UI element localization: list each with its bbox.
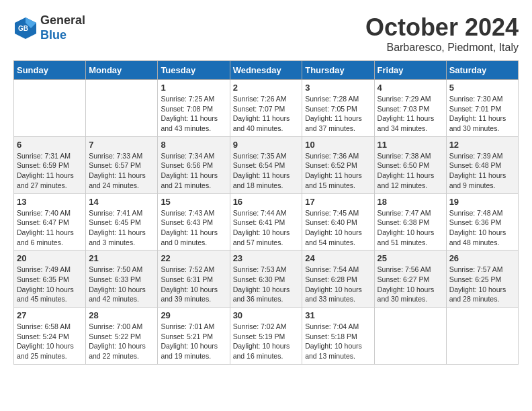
calendar-day: 9Sunrise: 7:35 AMSunset: 6:54 PMDaylight… (230, 136, 302, 193)
day-number: 13 (17, 197, 83, 207)
day-info: Sunrise: 6:58 AMSunset: 5:24 PMDaylight:… (17, 322, 83, 361)
day-number: 9 (233, 140, 300, 150)
title-section: October 2024 Barbaresco, Piedmont, Italy (365, 13, 519, 54)
day-number: 12 (449, 140, 515, 150)
logo-text: General Blue (40, 13, 85, 42)
day-number: 17 (305, 197, 371, 207)
calendar-week-1: 6Sunrise: 7:31 AMSunset: 6:59 PMDaylight… (14, 136, 519, 193)
col-sunday: Sunday (14, 61, 86, 80)
day-info: Sunrise: 7:28 AMSunset: 7:05 PMDaylight:… (305, 94, 371, 134)
calendar-day: 21Sunrise: 7:50 AMSunset: 6:33 PMDayligh… (86, 250, 158, 308)
day-number: 29 (161, 310, 226, 320)
col-saturday: Saturday (446, 61, 518, 80)
day-info: Sunrise: 7:02 AMSunset: 5:19 PMDaylight:… (233, 322, 300, 361)
day-number: 5 (449, 83, 515, 93)
day-info: Sunrise: 7:31 AMSunset: 6:59 PMDaylight:… (17, 151, 83, 191)
day-number: 4 (378, 83, 443, 93)
day-number: 15 (161, 197, 226, 207)
day-info: Sunrise: 7:54 AMSunset: 6:28 PMDaylight:… (305, 265, 371, 304)
calendar-day: 10Sunrise: 7:36 AMSunset: 6:52 PMDayligh… (302, 136, 374, 193)
col-tuesday: Tuesday (158, 61, 230, 80)
calendar-day: 23Sunrise: 7:53 AMSunset: 6:30 PMDayligh… (230, 250, 302, 308)
day-number: 11 (378, 140, 443, 150)
logo-icon: GB (13, 16, 38, 40)
day-number: 6 (17, 140, 83, 150)
day-number: 3 (305, 83, 371, 93)
calendar-day: 24Sunrise: 7:54 AMSunset: 6:28 PMDayligh… (302, 250, 374, 308)
calendar-day: 1Sunrise: 7:25 AMSunset: 7:08 PMDaylight… (158, 80, 230, 137)
calendar-day (86, 80, 158, 137)
day-info: Sunrise: 7:49 AMSunset: 6:35 PMDaylight:… (17, 265, 83, 304)
calendar-day (374, 308, 446, 365)
day-info: Sunrise: 7:52 AMSunset: 6:31 PMDaylight:… (161, 265, 226, 304)
day-info: Sunrise: 7:44 AMSunset: 6:41 PMDaylight:… (233, 208, 300, 248)
day-info: Sunrise: 7:04 AMSunset: 5:18 PMDaylight:… (305, 322, 371, 361)
calendar-day (14, 80, 86, 137)
day-number: 24 (305, 253, 371, 263)
day-info: Sunrise: 7:57 AMSunset: 6:25 PMDaylight:… (449, 265, 515, 304)
day-number: 16 (233, 197, 300, 207)
calendar-day: 3Sunrise: 7:28 AMSunset: 7:05 PMDaylight… (302, 80, 374, 137)
day-number: 14 (89, 197, 154, 207)
day-info: Sunrise: 7:50 AMSunset: 6:33 PMDaylight:… (89, 265, 154, 304)
calendar-day: 27Sunrise: 6:58 AMSunset: 5:24 PMDayligh… (14, 308, 86, 365)
day-number: 22 (161, 253, 226, 263)
calendar-day: 12Sunrise: 7:39 AMSunset: 6:48 PMDayligh… (446, 136, 518, 193)
day-number: 19 (449, 197, 515, 207)
day-number: 23 (233, 253, 300, 263)
calendar-day: 6Sunrise: 7:31 AMSunset: 6:59 PMDaylight… (14, 136, 86, 193)
calendar-week-0: 1Sunrise: 7:25 AMSunset: 7:08 PMDaylight… (14, 80, 519, 137)
day-number: 2 (233, 83, 300, 93)
day-number: 10 (305, 140, 371, 150)
calendar-day: 16Sunrise: 7:44 AMSunset: 6:41 PMDayligh… (230, 193, 302, 250)
calendar-day: 22Sunrise: 7:52 AMSunset: 6:31 PMDayligh… (158, 250, 230, 308)
calendar-day: 30Sunrise: 7:02 AMSunset: 5:19 PMDayligh… (230, 308, 302, 365)
calendar-day: 29Sunrise: 7:01 AMSunset: 5:21 PMDayligh… (158, 308, 230, 365)
day-info: Sunrise: 7:26 AMSunset: 7:07 PMDaylight:… (233, 94, 300, 134)
day-info: Sunrise: 7:29 AMSunset: 7:03 PMDaylight:… (378, 94, 443, 134)
day-number: 30 (233, 310, 300, 320)
col-friday: Friday (374, 61, 446, 80)
calendar-day: 4Sunrise: 7:29 AMSunset: 7:03 PMDaylight… (374, 80, 446, 137)
calendar-day: 5Sunrise: 7:30 AMSunset: 7:01 PMDaylight… (446, 80, 518, 137)
calendar-day: 26Sunrise: 7:57 AMSunset: 6:25 PMDayligh… (446, 250, 518, 308)
calendar-week-2: 13Sunrise: 7:40 AMSunset: 6:47 PMDayligh… (14, 193, 519, 250)
col-monday: Monday (86, 61, 158, 80)
calendar-day: 19Sunrise: 7:48 AMSunset: 6:36 PMDayligh… (446, 193, 518, 250)
day-info: Sunrise: 7:01 AMSunset: 5:21 PMDaylight:… (161, 322, 226, 361)
calendar-day: 31Sunrise: 7:04 AMSunset: 5:18 PMDayligh… (302, 308, 374, 365)
logo-blue-text: Blue (40, 28, 85, 43)
day-number: 20 (17, 253, 83, 263)
calendar-table: Sunday Monday Tuesday Wednesday Thursday… (13, 60, 519, 365)
day-info: Sunrise: 7:43 AMSunset: 6:43 PMDaylight:… (161, 208, 226, 248)
day-number: 7 (89, 140, 154, 150)
calendar-day: 13Sunrise: 7:40 AMSunset: 6:47 PMDayligh… (14, 193, 86, 250)
day-number: 25 (378, 253, 443, 263)
col-thursday: Thursday (302, 61, 374, 80)
calendar-day (446, 308, 518, 365)
day-number: 18 (378, 197, 443, 207)
calendar-day: 14Sunrise: 7:41 AMSunset: 6:45 PMDayligh… (86, 193, 158, 250)
day-info: Sunrise: 7:47 AMSunset: 6:38 PMDaylight:… (378, 208, 443, 248)
calendar-day: 18Sunrise: 7:47 AMSunset: 6:38 PMDayligh… (374, 193, 446, 250)
calendar-day: 20Sunrise: 7:49 AMSunset: 6:35 PMDayligh… (14, 250, 86, 308)
day-info: Sunrise: 7:35 AMSunset: 6:54 PMDaylight:… (233, 151, 300, 191)
day-number: 28 (89, 310, 154, 320)
day-info: Sunrise: 7:34 AMSunset: 6:56 PMDaylight:… (161, 151, 226, 191)
day-number: 21 (89, 253, 154, 263)
svg-text:GB: GB (18, 25, 28, 32)
calendar-week-3: 20Sunrise: 7:49 AMSunset: 6:35 PMDayligh… (14, 250, 519, 308)
day-info: Sunrise: 7:38 AMSunset: 6:50 PMDaylight:… (378, 151, 443, 191)
day-info: Sunrise: 7:48 AMSunset: 6:36 PMDaylight:… (449, 208, 515, 248)
logo: GB General Blue (13, 13, 85, 42)
day-number: 27 (17, 310, 83, 320)
day-info: Sunrise: 7:53 AMSunset: 6:30 PMDaylight:… (233, 265, 300, 304)
day-number: 1 (161, 83, 226, 93)
calendar-day: 7Sunrise: 7:33 AMSunset: 6:57 PMDaylight… (86, 136, 158, 193)
day-info: Sunrise: 7:00 AMSunset: 5:22 PMDaylight:… (89, 322, 154, 361)
calendar-day: 11Sunrise: 7:38 AMSunset: 6:50 PMDayligh… (374, 136, 446, 193)
day-number: 31 (305, 310, 371, 320)
day-info: Sunrise: 7:41 AMSunset: 6:45 PMDaylight:… (89, 208, 154, 248)
day-info: Sunrise: 7:39 AMSunset: 6:48 PMDaylight:… (449, 151, 515, 191)
day-info: Sunrise: 7:33 AMSunset: 6:57 PMDaylight:… (89, 151, 154, 191)
